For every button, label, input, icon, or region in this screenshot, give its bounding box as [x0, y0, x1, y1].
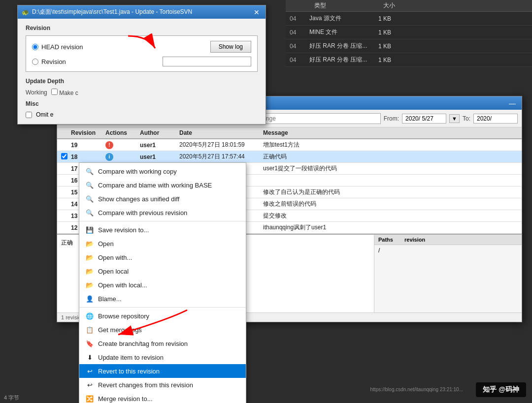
browse-repo-icon: 🌐	[85, 311, 94, 320]
paths-section-header: Paths revision	[374, 235, 522, 245]
update-dialog-titlebar: 🐢 D:\桌面\test\simplejava\src\Test1.java -…	[18, 5, 266, 19]
ctx-update-item[interactable]: ⬇ Update item to revision	[79, 350, 246, 364]
statusbar-size: 4 字节	[4, 394, 19, 402]
ctx-compare-previous[interactable]: 🔍 Compare with previous revision	[79, 206, 246, 219]
context-menu: 🔍 Compare with working copy 🔍 Compare an…	[79, 162, 246, 403]
open-local-icon: 📂	[85, 267, 94, 276]
make-checkbox-input[interactable]	[51, 89, 58, 95]
misc-label: Misc	[26, 100, 258, 107]
ctx-open-with-local[interactable]: 📂 Open with local...	[79, 278, 246, 292]
ctx-create-branch[interactable]: 🔖 Create branch/tag from revision	[79, 337, 246, 350]
blame-icon: 👤	[85, 294, 94, 303]
revision-option[interactable]: Revision	[32, 58, 91, 65]
ctx-open-local[interactable]: 📂 Open local	[79, 264, 246, 278]
col-date: Date	[179, 129, 263, 136]
omit-label: Omit e	[36, 111, 53, 118]
log-bottom-paths: Paths revision /	[374, 235, 522, 312]
update-dialog-body: Revision HEAD revision Show log Revision…	[18, 19, 266, 124]
omit-checkbox[interactable]	[26, 112, 32, 118]
open-local-with-icon: 📂	[85, 280, 94, 289]
update-dialog: 🐢 D:\桌面\test\simplejava\src\Test1.java -…	[17, 5, 266, 124]
col-actions: Actions	[105, 129, 140, 136]
ctx-show-unified[interactable]: 🔍 Show changes as unified diff	[79, 192, 246, 206]
row-checkbox[interactable]	[61, 153, 67, 159]
from-label: From:	[384, 115, 399, 122]
log-table-header: Revision Actions Author Date Message	[57, 127, 522, 139]
revert-to-icon: ↩	[85, 367, 94, 375]
file-row: 04 MINE 文件 1 KB	[286, 26, 532, 39]
col-header-type: 类型	[314, 1, 383, 10]
file-row: 04 Java 源文件 1 KB	[286, 12, 532, 26]
show-log-button[interactable]: Show log	[210, 41, 251, 53]
to-date-input[interactable]	[473, 114, 518, 124]
log-row-selected[interactable]: 18 i user1 2020年5月27日 17:57:44 正确代码	[57, 151, 522, 163]
ctx-open[interactable]: 📂 Open	[79, 237, 246, 250]
misc-row: Omit e	[26, 111, 258, 118]
merge-revision-icon: 🔀	[85, 394, 94, 403]
create-branch-icon: 🔖	[85, 339, 94, 348]
make-checkbox: Make c	[51, 89, 78, 96]
ctx-separator-2	[79, 307, 246, 308]
ctx-separator-1	[79, 221, 246, 221]
ctx-compare-blame[interactable]: 🔍 Compare and blame with working BASE	[79, 178, 246, 192]
ctx-revert-to[interactable]: ↩ Revert to this revision	[79, 364, 246, 378]
action-icon-blue: i	[105, 153, 113, 161]
head-revision-radio[interactable]	[32, 44, 38, 50]
head-revision-row: HEAD revision Show log	[32, 41, 251, 53]
ctx-get-merge[interactable]: 📋 Get merge logs	[79, 323, 246, 337]
ctx-compare-working[interactable]: 🔍 Compare with working copy	[79, 164, 246, 178]
log-minimize-button[interactable]: —	[507, 99, 518, 107]
open-icon: 📂	[85, 239, 94, 248]
col-message: Message	[263, 129, 518, 136]
ctx-browse-repo[interactable]: 🌐 Browse repository	[79, 309, 246, 323]
compare-blame-icon: 🔍	[85, 181, 94, 189]
ctx-open-with[interactable]: 📂 Open with...	[79, 250, 246, 264]
update-item-icon: ⬇	[85, 353, 94, 362]
ctx-save-revision[interactable]: 💾 Save revision to...	[79, 223, 246, 237]
file-row: 04 好压 RAR 分卷 压缩... 1 KB	[286, 53, 532, 67]
col-revision: Revision	[71, 129, 105, 136]
col-author: Author	[140, 129, 179, 136]
from-date-picker[interactable]: ▼	[449, 114, 460, 123]
log-row[interactable]: 19 ! user1 2020年5月27日 18:01:59 增加test1方法	[57, 139, 522, 151]
open-with-icon: 📂	[85, 253, 94, 262]
update-dialog-title: D:\桌面\test\simplejava\src\Test1.java - U…	[32, 8, 192, 16]
ctx-blame[interactable]: 👤 Blame...	[79, 292, 246, 306]
get-merge-icon: 📋	[85, 325, 94, 334]
head-revision-option[interactable]: HEAD revision	[32, 43, 91, 51]
revision-input[interactable]	[163, 57, 251, 66]
watermark: 知乎 @码神	[476, 382, 526, 397]
revision-section: HEAD revision Show log Revision	[26, 35, 258, 72]
file-manager-header: 类型 大小	[286, 0, 532, 12]
revert-from-icon: ↩	[85, 380, 94, 389]
ctx-merge-revision[interactable]: 🔀 Merge revision to...	[79, 392, 246, 403]
tortoisesvn-icon: 🐢	[22, 9, 29, 16]
to-label: To:	[463, 115, 470, 122]
update-dialog-close[interactable]: ✕	[252, 8, 262, 16]
head-revision-label: HEAD revision	[41, 43, 83, 51]
revision-label: Revision	[41, 58, 66, 65]
update-depth-row: Working Make c	[26, 89, 258, 96]
from-date-input[interactable]	[402, 114, 446, 124]
compare-working-icon: 🔍	[85, 167, 94, 176]
save-revision-icon: 💾	[85, 225, 94, 234]
unified-diff-icon: 🔍	[85, 194, 94, 203]
url-text: https://blog.csdn.net/itaunqqing 23:21:1…	[370, 387, 463, 392]
bottom-message-text: 正确	[61, 239, 73, 246]
action-icon-red: !	[105, 141, 113, 149]
file-row: 04 好压 RAR 分卷 压缩... 1 KB	[286, 39, 532, 53]
update-depth-label: Update Depth	[26, 78, 258, 85]
col-header-empty	[290, 1, 314, 10]
compare-prev-icon: 🔍	[85, 208, 94, 217]
revision-radio[interactable]	[32, 59, 38, 65]
working-label: Working	[26, 89, 47, 96]
ctx-revert-from[interactable]: ↩ Revert changes from this revision	[79, 378, 246, 392]
revision-row: Revision	[32, 57, 251, 66]
col-header-size: 大小	[383, 1, 413, 10]
revision-section-label: Revision	[26, 25, 258, 31]
path-row: /	[374, 245, 522, 256]
